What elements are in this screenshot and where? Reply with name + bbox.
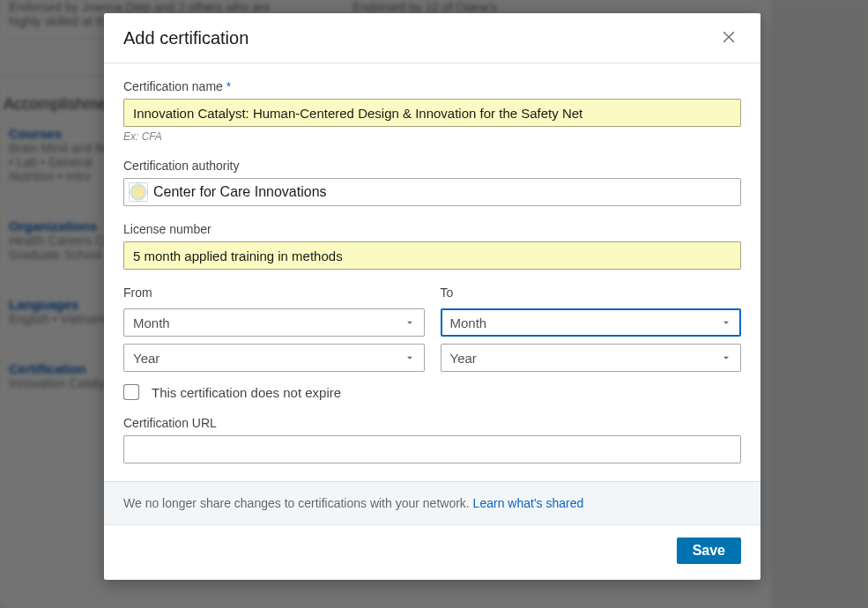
to-month-select[interactable]: Month [441, 308, 742, 337]
license-label: License number [123, 222, 741, 236]
required-indicator: * [226, 79, 231, 93]
no-expire-label: This certification does not expire [152, 385, 341, 400]
from-month-select[interactable]: Month [123, 308, 425, 337]
authority-input[interactable]: Center for Care Innovations [123, 178, 741, 206]
authority-value: Center for Care Innovations [153, 184, 327, 200]
info-text: We no longer share changes to certificat… [123, 496, 473, 510]
modal-body: Certification name * Ex: CFA Certificati… [104, 63, 760, 481]
url-group: Certification URL [123, 416, 741, 463]
authority-label: Certification authority [123, 159, 741, 173]
cert-name-group: Certification name * Ex: CFA [123, 79, 741, 143]
authority-org-icon [129, 182, 148, 202]
authority-group: Certification authority Center for Care … [123, 159, 741, 206]
from-label: From [123, 285, 425, 300]
cert-name-label: Certification name * [123, 79, 741, 93]
to-year-select[interactable]: Year [441, 344, 742, 372]
modal-title: Add certification [123, 28, 249, 48]
info-link[interactable]: Learn what's shared [473, 496, 584, 510]
save-button[interactable]: Save [677, 538, 741, 564]
url-input[interactable] [123, 435, 741, 463]
date-range-row: From Month Year [123, 285, 741, 372]
from-year-select[interactable]: Year [123, 344, 425, 372]
info-banner: We no longer share changes to certificat… [104, 481, 760, 525]
no-expire-checkbox[interactable] [123, 384, 139, 400]
modal-header: Add certification [104, 13, 760, 63]
modal-footer: Save [104, 525, 760, 580]
cert-name-label-text: Certification name [123, 79, 223, 93]
cert-name-hint: Ex: CFA [123, 130, 741, 143]
from-column: From Month Year [123, 285, 425, 372]
add-certification-modal: Add certification Certification name * E… [104, 13, 760, 580]
close-icon [720, 28, 738, 48]
url-label: Certification URL [123, 416, 741, 430]
cert-name-input[interactable] [123, 99, 741, 127]
no-expire-row: This certification does not expire [123, 384, 741, 400]
to-label: To [441, 285, 742, 300]
close-button[interactable] [716, 26, 741, 50]
license-group: License number [123, 222, 741, 270]
license-input[interactable] [123, 241, 741, 270]
to-column: To Month Year [441, 285, 742, 372]
